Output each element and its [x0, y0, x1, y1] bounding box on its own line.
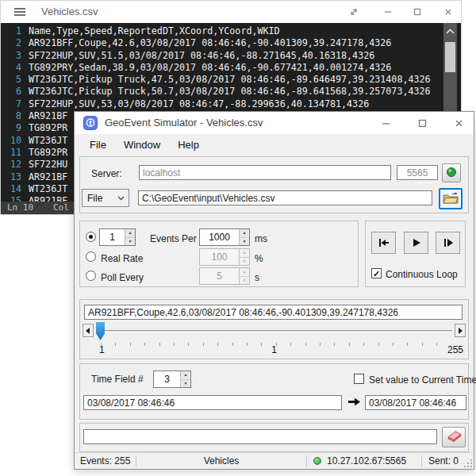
play-button[interactable]	[404, 232, 428, 254]
slider-right-button[interactable]	[455, 324, 466, 337]
minimize-icon[interactable]	[379, 4, 397, 20]
slider-max-label: 255	[447, 344, 463, 355]
slider-min-label: 1	[99, 344, 105, 355]
scroll-up-chevron-icon[interactable]	[443, 28, 457, 39]
triangle-right-icon	[458, 328, 463, 334]
file-path-field[interactable]	[138, 190, 432, 205]
current-event-field[interactable]	[84, 305, 463, 320]
events-count-spinner[interactable]: 1 ▲▼	[99, 228, 136, 246]
csv-viewer-title: Vehicles.csv	[41, 1, 98, 23]
simulator-statusbar: Events: 255 Vehicles 10.27.102.67:5565 S…	[75, 452, 474, 469]
eraser-icon	[445, 430, 463, 444]
time-field-spinner[interactable]: 3 ▲▼	[153, 370, 191, 388]
menu-help[interactable]: Help	[169, 136, 208, 154]
code-line: 6WT236JTC,Pickup Truck,50.7,03/08/2017 0…	[1, 86, 443, 98]
slider-thumb[interactable]	[96, 322, 105, 340]
continuous-loop-checkbox[interactable]: ✓	[371, 268, 382, 278]
source-type-dropdown[interactable]: File	[82, 189, 129, 207]
spin-up-icon[interactable]: ▲	[125, 229, 135, 238]
server-host-field[interactable]	[139, 165, 391, 180]
browse-button[interactable]	[439, 188, 463, 209]
column-indicator: Col	[53, 202, 69, 213]
real-rate-radio[interactable]	[86, 251, 96, 262]
ms-unit-label: ms	[255, 233, 267, 244]
source-type-value: File	[83, 193, 117, 204]
spin-down-icon[interactable]: ▼	[125, 238, 135, 246]
progress-group	[79, 423, 469, 452]
code-line: 3SF722HUP,SUV,51.5,03/08/2017 08:46:46,-…	[1, 50, 443, 62]
code-line: 1Name,Type,Speed,ReportedDT,XCoord,YCoor…	[1, 25, 443, 37]
simulator-titlebar[interactable]: GeoEvent Simulator - Vehicles.csv	[75, 112, 474, 134]
server-port-field[interactable]	[397, 165, 438, 180]
skip-to-start-button[interactable]	[371, 232, 396, 254]
sent-count: Sent: 0	[422, 453, 459, 469]
csv-viewer-titlebar[interactable]: Vehicles.csv	[1, 1, 461, 23]
scrollbar-thumb[interactable]	[445, 42, 455, 72]
code-line: 7SF722HUP,SUV,53,03/08/2017 08:46:47,-88…	[1, 98, 443, 110]
connection-status: 10.27.102.67:5565	[307, 453, 421, 469]
time-from-field[interactable]	[83, 395, 342, 410]
real-rate-spinner[interactable]: 100 ▲▼	[199, 248, 250, 266]
geoevent-broadcast-icon	[83, 116, 98, 130]
code-line: 2AR921BFF,Coupe,42.6,03/08/2017 08:46:46…	[1, 37, 443, 49]
simulator-title: GeoEvent Simulator - Vehicles.csv	[105, 112, 263, 134]
menu-bar: File Window Help	[75, 134, 474, 155]
time-to-field[interactable]	[365, 395, 466, 410]
set-current-time-checkbox[interactable]	[354, 374, 364, 384]
events-count: Events: 255	[75, 453, 136, 469]
progress-field[interactable]	[83, 429, 437, 444]
playback-group: ✓ Continuous Loop	[365, 221, 466, 287]
slider-value-label: 1	[271, 344, 277, 355]
server-address: 10.27.102.67:5565	[327, 455, 406, 466]
connected-green-dot-icon	[313, 457, 321, 465]
real-rate-label: Real Rate	[101, 253, 143, 264]
chevron-down-icon	[117, 196, 125, 201]
rate-group: 1 ▲▼ Events Per 1000 ▲▼ ms Real Rate 100…	[79, 221, 359, 287]
poll-every-label: Poll Every	[101, 272, 144, 283]
skip-to-start-icon	[378, 238, 390, 248]
server-group: Server: File	[79, 156, 469, 213]
maximize-icon[interactable]	[412, 114, 432, 132]
expand-diagonal-icon[interactable]	[345, 4, 363, 20]
connect-green-ball-icon	[446, 167, 457, 180]
map-to-arrow-icon	[347, 397, 361, 409]
event-group: 1 1 255	[79, 299, 469, 359]
menu-window[interactable]: Window	[115, 136, 169, 154]
server-label: Server:	[91, 168, 122, 179]
close-icon[interactable]	[440, 4, 457, 20]
slider-track[interactable]	[96, 330, 452, 332]
set-current-time-label: Set value to Current Time	[369, 374, 476, 386]
close-icon[interactable]	[448, 114, 469, 132]
poll-spinner[interactable]: 5 ▲▼	[199, 267, 250, 285]
open-folder-icon	[443, 192, 459, 206]
percent-unit-label: %	[255, 253, 263, 264]
line-indicator: Ln 10	[7, 202, 33, 213]
play-icon	[411, 238, 422, 248]
events-per-label: Events Per	[150, 233, 197, 244]
interval-spinner[interactable]: 1000 ▲▼	[199, 228, 250, 246]
resize-grip[interactable]	[465, 460, 472, 467]
slider-left-button[interactable]	[83, 324, 94, 337]
events-per-radio[interactable]	[86, 232, 96, 242]
seconds-unit-label: s	[255, 272, 259, 283]
spin-up-icon[interactable]: ▲	[240, 229, 249, 238]
continuous-loop-label: Continuous Loop	[386, 269, 458, 280]
connect-button[interactable]	[442, 163, 461, 182]
menu-file[interactable]: File	[81, 136, 115, 154]
feed-name: Vehicles	[136, 453, 306, 469]
minimize-icon[interactable]	[375, 114, 396, 132]
code-line: 5WT236JTC,Pickup Truck,47.5,03/08/2017 0…	[1, 74, 443, 86]
step-forward-button[interactable]	[436, 232, 460, 254]
code-line: 4TG892PRY,Sedan,38.9,03/08/2017 08:46:46…	[1, 62, 443, 74]
clear-button[interactable]	[442, 427, 466, 447]
hamburger-icon[interactable]	[14, 11, 25, 13]
maximize-icon[interactable]	[409, 4, 426, 20]
poll-every-radio[interactable]	[86, 271, 96, 281]
step-forward-icon	[442, 238, 454, 248]
geoevent-simulator-window: GeoEvent Simulator - Vehicles.csv File W…	[74, 111, 474, 470]
desktop: Vehicles.csv 1Name,Type,Speed,ReportedDT…	[0, 0, 476, 476]
time-group: Time Field # 3 ▲▼ Set value to Current T…	[79, 363, 469, 420]
time-field-label: Time Field #	[91, 374, 144, 385]
spin-down-icon[interactable]: ▼	[240, 238, 249, 246]
triangle-left-icon	[86, 328, 90, 334]
